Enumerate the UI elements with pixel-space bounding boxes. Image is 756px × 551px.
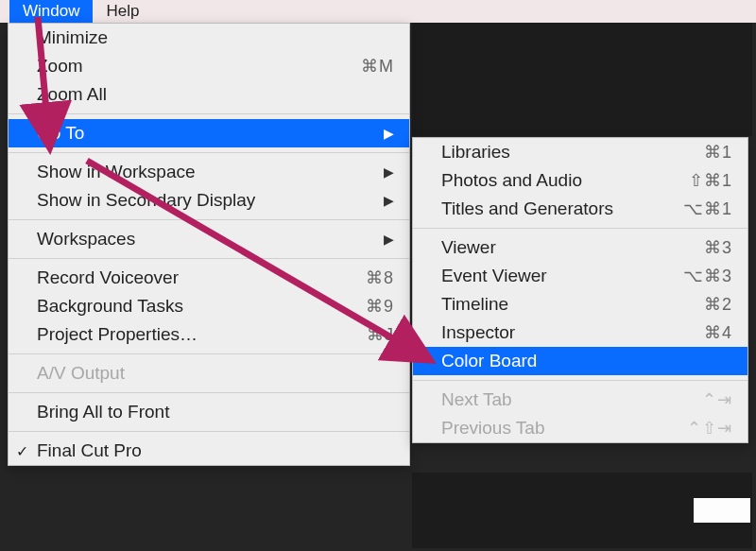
submenu-timeline[interactable]: Timeline ⌘2 [413,290,747,319]
menu-shortcut: ⌘M [318,56,394,77]
menu-final-cut-pro[interactable]: ✓ Final Cut Pro [9,437,409,465]
go-to-submenu: Libraries ⌘1 Photos and Audio ⇧⌘1 Titles… [412,137,748,443]
menu-separator [9,353,409,354]
menu-separator [413,380,747,381]
menu-label: Show in Secondary Display [37,190,378,211]
submenu-color-board[interactable]: Color Board [413,347,747,375]
menu-label: Minimize [37,27,394,48]
menu-label: Zoom [37,56,318,77]
menu-label: Photos and Audio [441,170,657,191]
menu-label: Timeline [441,294,657,315]
submenu-arrow-icon: ▶ [384,164,394,180]
submenu-viewer[interactable]: Viewer ⌘3 [413,233,747,262]
menu-label: Viewer [441,237,657,258]
menu-shortcut: ⌘2 [657,294,732,315]
menu-separator [413,228,747,229]
submenu-next-tab: Next Tab ⌃⇥ [413,386,747,414]
menu-label: Background Tasks [37,296,318,317]
app-background [412,23,752,136]
menu-shortcut: ⌃⇥ [657,389,732,410]
menu-bring-all-front[interactable]: Bring All to Front [9,398,409,426]
menu-show-workspace[interactable]: Show in Workspace ▶ [9,158,409,186]
menu-shortcut: ⌃⇧⇥ [657,418,732,439]
window-menu: Minimize Zoom ⌘M Zoom All Go To ▶ Show i… [8,23,410,466]
menu-shortcut: ⌘3 [657,237,732,258]
menu-shortcut: ⌘4 [657,322,732,343]
menu-label: Color Board [441,351,732,371]
menu-shortcut: ⌘1 [657,142,732,163]
menu-shortcut: ⇧⌘1 [657,170,732,191]
menu-workspaces[interactable]: Workspaces ▶ [9,225,409,253]
submenu-inspector[interactable]: Inspector ⌘4 [413,319,747,347]
menu-zoom-all[interactable]: Zoom All [9,80,409,109]
menu-record-voiceover[interactable]: Record Voiceover ⌘8 [9,264,409,292]
menu-shortcut: ⌥⌘3 [657,266,732,286]
menu-background-tasks[interactable]: Background Tasks ⌘9 [9,292,409,320]
menu-zoom[interactable]: Zoom ⌘M [9,52,409,80]
menu-label: Show in Workspace [37,162,378,182]
menu-av-output: A/V Output [9,359,409,387]
menu-label: Titles and Generators [441,198,657,219]
menu-show-secondary[interactable]: Show in Secondary Display ▶ [9,186,409,215]
menu-separator [9,152,409,153]
menu-shortcut: ⌥⌘1 [657,198,732,219]
menu-label: Inspector [441,322,657,343]
submenu-arrow-icon: ▶ [384,193,394,208]
submenu-previous-tab: Previous Tab ⌃⇧⇥ [413,414,747,442]
submenu-event-viewer[interactable]: Event Viewer ⌥⌘3 [413,262,747,290]
menu-separator [9,219,409,220]
app-background-patch [694,498,750,523]
menu-label: Bring All to Front [37,402,394,422]
checkmark-icon: ✓ [16,442,28,460]
menu-label: Previous Tab [441,418,657,439]
menu-label: Libraries [441,142,657,163]
menu-go-to[interactable]: Go To ▶ [9,119,409,147]
menu-minimize[interactable]: Minimize [9,24,409,52]
menu-label: Next Tab [441,389,657,410]
menu-shortcut: ⌘J [318,324,394,345]
menu-label: Workspaces [37,229,378,250]
menu-separator [9,113,409,114]
menu-project-properties[interactable]: Project Properties… ⌘J [9,320,409,349]
menubar-help[interactable]: Help [93,0,152,23]
menubar: Window Help [0,0,756,23]
menu-shortcut: ⌘8 [318,267,394,288]
submenu-photos-audio[interactable]: Photos and Audio ⇧⌘1 [413,166,747,195]
menu-label: A/V Output [37,363,394,384]
submenu-arrow-icon: ▶ [384,126,394,141]
menubar-window[interactable]: Window [9,0,93,23]
menu-label: Event Viewer [441,266,657,286]
submenu-titles-generators[interactable]: Titles and Generators ⌥⌘1 [413,195,747,223]
submenu-arrow-icon: ▶ [384,232,394,247]
menu-label: Zoom All [37,84,394,105]
menu-shortcut: ⌘9 [318,296,394,317]
menu-separator [9,258,409,259]
menu-label: Record Voiceover [37,267,318,288]
submenu-libraries[interactable]: Libraries ⌘1 [413,138,747,166]
menu-label: Go To [37,123,378,144]
menu-separator [9,392,409,393]
menu-label: Final Cut Pro [37,440,394,461]
menu-label: Project Properties… [37,324,318,345]
menu-separator [9,431,409,432]
